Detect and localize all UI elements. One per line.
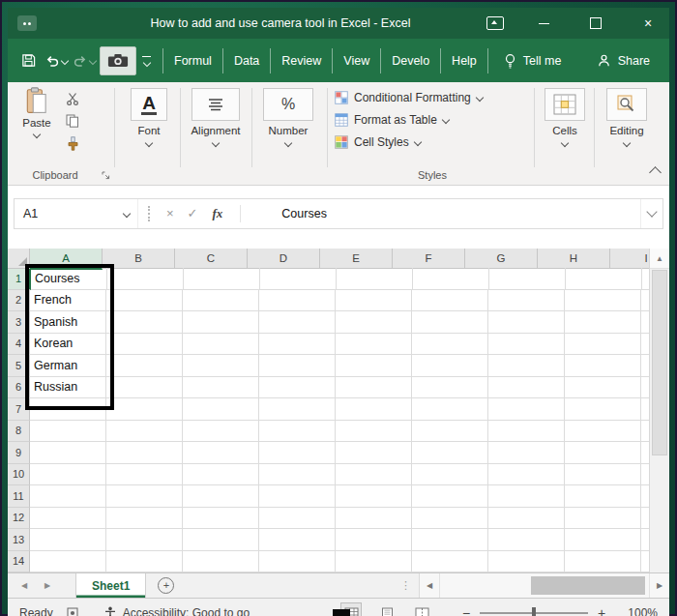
cell-C1[interactable] (184, 268, 260, 290)
row-header-2[interactable]: 2 (8, 290, 30, 312)
tab-data[interactable]: Data (223, 48, 271, 73)
number-group-button[interactable]: % Number (257, 88, 319, 146)
formula-bar-expand-button[interactable] (640, 199, 662, 228)
cell-A12[interactable] (30, 508, 106, 530)
cell-E3[interactable] (336, 311, 412, 334)
cell-G12[interactable] (488, 508, 565, 530)
cell-H14[interactable] (565, 551, 641, 573)
cell-F3[interactable] (412, 311, 488, 334)
cell-A1[interactable]: Courses (31, 268, 107, 290)
cell-H3[interactable] (565, 311, 641, 334)
cell-G5[interactable] (488, 355, 565, 377)
share-button[interactable]: Share (597, 53, 650, 68)
tab-formulas[interactable]: Formul (162, 48, 223, 73)
cell-D13[interactable] (259, 529, 336, 551)
cell-B13[interactable] (106, 529, 183, 551)
column-header-H[interactable]: H (538, 249, 610, 269)
cell-F12[interactable] (412, 508, 488, 530)
format-as-table-button[interactable]: Format as Table (335, 109, 530, 130)
vertical-scrollbar[interactable]: ▲ (649, 249, 669, 572)
cell-C11[interactable] (183, 485, 259, 508)
row-header-3[interactable]: 3 (8, 311, 30, 334)
clipboard-dialog-launcher[interactable] (101, 170, 111, 181)
row-header-11[interactable]: 11 (8, 485, 30, 508)
cell-G6[interactable] (488, 377, 565, 399)
cell-B14[interactable] (106, 551, 183, 573)
row-header-8[interactable]: 8 (8, 421, 30, 443)
cell-B11[interactable] (106, 485, 183, 508)
cell-C9[interactable] (183, 442, 259, 464)
cell-C7[interactable] (183, 398, 259, 421)
cell-D4[interactable] (259, 334, 336, 356)
cell-A6[interactable]: Russian (30, 377, 106, 399)
tab-developer[interactable]: Develo (381, 48, 441, 73)
tab-view[interactable]: View (333, 48, 381, 73)
qat-customize-button[interactable] (142, 56, 151, 66)
cell-E13[interactable] (336, 529, 412, 551)
page-break-preview-button[interactable] (412, 603, 431, 616)
row-header-14[interactable]: 14 (8, 551, 30, 573)
cell-F14[interactable] (412, 551, 488, 573)
cell-E7[interactable] (336, 398, 412, 421)
cell-E12[interactable] (336, 508, 412, 530)
tab-help[interactable]: Help (441, 48, 488, 73)
cell-H10[interactable] (565, 464, 641, 486)
tab-scroll-splitter[interactable]: ⋮ (400, 579, 411, 592)
cell-E11[interactable] (336, 485, 412, 508)
cell-G1[interactable] (489, 268, 566, 290)
cell-E14[interactable] (336, 551, 412, 573)
enter-button[interactable]: ✓ (188, 206, 198, 220)
maximize-button[interactable] (574, 8, 617, 39)
cell-H12[interactable] (565, 508, 641, 530)
alignment-group-button[interactable]: Alignment (186, 88, 246, 146)
cell-E2[interactable] (336, 290, 412, 312)
cell-A5[interactable]: German (30, 355, 106, 377)
cell-G10[interactable] (488, 464, 565, 486)
cell-D8[interactable] (259, 421, 336, 443)
cell-G11[interactable] (488, 485, 565, 508)
zoom-slider-thumb[interactable] (532, 607, 536, 616)
vertical-scroll-thumb[interactable] (652, 270, 667, 455)
cell-D9[interactable] (259, 442, 336, 464)
cell-B6[interactable] (106, 377, 183, 399)
scroll-right-button[interactable]: ▶ (649, 573, 669, 598)
cell-H11[interactable] (565, 485, 641, 508)
cell-F6[interactable] (412, 377, 488, 399)
cell-F8[interactable] (412, 421, 488, 443)
row-header-10[interactable]: 10 (8, 464, 30, 486)
cell-F13[interactable] (412, 529, 488, 551)
column-header-A[interactable]: A (30, 249, 103, 270)
zoom-slider[interactable] (480, 612, 588, 614)
cell-B12[interactable] (106, 508, 183, 530)
cell-D6[interactable] (259, 377, 336, 399)
column-header-B[interactable]: B (103, 249, 175, 269)
cell-D14[interactable] (259, 551, 336, 573)
cell-D10[interactable] (259, 464, 336, 486)
ribbon-collapse-chevron[interactable] (649, 166, 662, 179)
column-header-C[interactable]: C (175, 249, 248, 269)
cell-A7[interactable] (30, 398, 106, 421)
undo-button[interactable] (44, 47, 69, 74)
cell-A9[interactable] (30, 442, 106, 464)
cell-D2[interactable] (259, 290, 336, 312)
scroll-up-button[interactable]: ▲ (650, 249, 669, 269)
save-button[interactable] (15, 47, 41, 74)
cell-B7[interactable] (106, 398, 183, 421)
name-box-dropdown[interactable] (116, 199, 138, 228)
cell-A3[interactable]: Spanish (30, 311, 106, 334)
cell-G4[interactable] (488, 334, 565, 356)
zoom-out-button[interactable]: − (460, 605, 472, 616)
formula-input[interactable]: Courses (281, 207, 327, 220)
row-header-4[interactable]: 4 (8, 334, 30, 356)
ribbon-display-options-button[interactable] (474, 8, 516, 39)
row-header-7[interactable]: 7 (8, 398, 30, 421)
cell-F2[interactable] (412, 290, 488, 312)
cell-D3[interactable] (259, 311, 336, 334)
row-header-12[interactable]: 12 (8, 508, 30, 530)
cell-styles-button[interactable]: Cell Styles (335, 132, 530, 152)
minimize-button[interactable] (522, 8, 565, 39)
cell-A8[interactable] (30, 421, 106, 443)
cell-H13[interactable] (565, 529, 641, 551)
cell-F1[interactable] (413, 268, 489, 290)
horizontal-scroll-thumb[interactable] (531, 576, 645, 595)
